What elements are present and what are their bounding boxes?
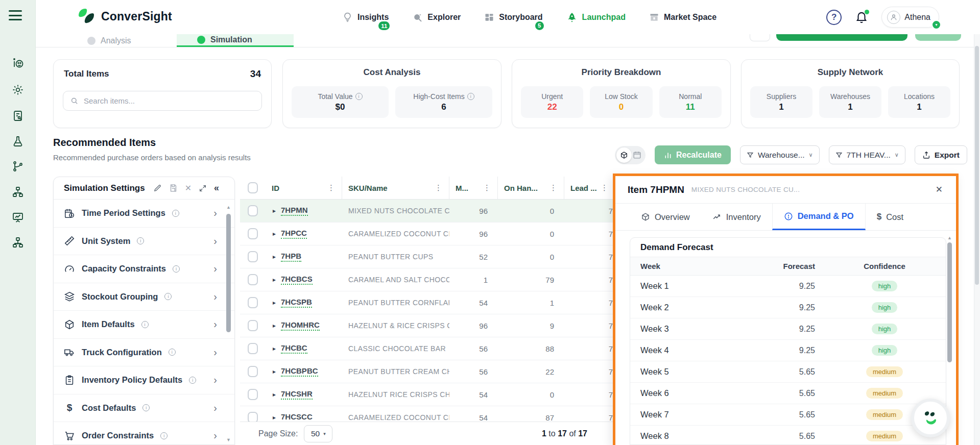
search-input[interactable]: [84, 96, 255, 105]
row-checkbox[interactable]: [248, 251, 258, 262]
table-row[interactable]: ▸7HCBC CLASSIC CHOCOLATE BAR 56 88 7: [240, 337, 615, 360]
table-row[interactable]: ▸7HCSPB PEANUT BUTTER CORNFLAK 54 1 7: [240, 291, 615, 314]
settings-item-capacity-constraints[interactable]: Capacity Constraints i ›: [54, 255, 234, 283]
tab-analysis[interactable]: Analysis: [87, 34, 159, 47]
expand-row-icon[interactable]: ▸: [273, 276, 276, 283]
item-id-link[interactable]: 7HPCC: [281, 229, 307, 239]
clipped-secondary-button[interactable]: [915, 34, 961, 41]
item-id-link[interactable]: 7HPB: [281, 252, 301, 262]
row-checkbox[interactable]: [248, 274, 258, 285]
clipped-button[interactable]: [750, 34, 770, 41]
close-icon[interactable]: ✕: [185, 183, 192, 193]
table-row[interactable]: ▸7HPCC CARAMELIZED COCONUT CH 96 0 7: [240, 222, 615, 245]
item-filter-dropdown[interactable]: 7TH HEAV... ∨: [829, 145, 905, 164]
expand-row-icon[interactable]: ▸: [273, 414, 276, 421]
expand-icon[interactable]: [199, 184, 207, 192]
column-menu-icon[interactable]: ⋮: [433, 183, 444, 192]
rail-workflow-icon[interactable]: [12, 160, 24, 172]
rail-report-icon[interactable]: [12, 110, 24, 122]
recalculate-button[interactable]: Recalculate: [655, 145, 731, 164]
export-button[interactable]: Export: [915, 145, 967, 164]
rail-hierarchy-icon[interactable]: [12, 186, 24, 198]
column-menu-icon[interactable]: ⋮: [326, 183, 337, 192]
notifications-bell-icon[interactable]: [855, 10, 868, 24]
edit-pencil-icon[interactable]: [153, 184, 162, 192]
settings-item-order-constraints[interactable]: Order Constraints i ›: [54, 422, 234, 445]
panel-scroll-down-icon[interactable]: ▼: [226, 437, 231, 442]
table-row[interactable]: ▸7HCSHR HAZELNUT RICE CRISPS CHO 54 0 7: [240, 383, 615, 406]
item-id-link[interactable]: 7HPMN: [281, 206, 308, 216]
close-icon[interactable]: ✕: [936, 184, 943, 195]
save-icon[interactable]: [169, 184, 178, 192]
row-checkbox[interactable]: [248, 343, 258, 354]
column-menu-icon[interactable]: ⋮: [482, 183, 492, 192]
expand-row-icon[interactable]: ▸: [273, 368, 276, 375]
menu-icon[interactable]: [9, 10, 22, 20]
rail-lab-icon[interactable]: [12, 135, 24, 147]
row-checkbox[interactable]: [248, 297, 258, 308]
settings-item-item-defaults[interactable]: Item Defaults i ›: [54, 311, 234, 339]
panel-scrollbar-thumb[interactable]: [226, 214, 231, 332]
detail-scrollbar-thumb[interactable]: [947, 242, 952, 362]
settings-item-time-period[interactable]: Time Period Settings i ›: [54, 200, 234, 228]
nav-insights[interactable]: Insights 11: [342, 12, 389, 22]
user-menu[interactable]: Athena ▾: [881, 7, 939, 28]
select-all-checkbox[interactable]: [248, 182, 258, 193]
expand-row-icon[interactable]: ▸: [273, 322, 276, 329]
nav-explorer[interactable]: Explorer: [412, 12, 461, 22]
collapse-panel-icon[interactable]: «: [214, 183, 219, 193]
nav-storyboard[interactable]: Storyboard 5: [484, 12, 542, 22]
page-size-select[interactable]: 50 ▾: [304, 425, 332, 442]
page-scrollbar[interactable]: [974, 34, 980, 445]
expand-row-icon[interactable]: ▸: [273, 299, 276, 306]
item-view-icon[interactable]: [616, 147, 632, 163]
tab-demand-po[interactable]: Demand & PO: [772, 204, 866, 230]
rail-assistant-icon[interactable]: [12, 57, 24, 69]
settings-item-stockout-grouping[interactable]: Stockout Grouping i ›: [54, 283, 234, 311]
settings-item-truck-configuration[interactable]: Truck Configuration i ›: [54, 339, 234, 367]
rail-presentation-icon[interactable]: [12, 211, 24, 224]
settings-item-inventory-policy[interactable]: Inventory Policy Defaults i ›: [54, 366, 234, 394]
column-menu-icon[interactable]: ⋮: [548, 183, 559, 192]
tab-inventory[interactable]: Inventory: [701, 204, 772, 230]
clipped-primary-button[interactable]: [776, 34, 907, 41]
item-id-link[interactable]: 7HCSCC: [281, 412, 313, 423]
row-checkbox[interactable]: [248, 228, 258, 239]
assistant-fab[interactable]: [911, 399, 950, 437]
tab-simulation[interactable]: Simulation: [177, 34, 294, 47]
warehouse-filter-dropdown[interactable]: Warehouse... ∨: [740, 145, 820, 164]
row-checkbox[interactable]: [248, 205, 258, 216]
table-row[interactable]: ▸7HCBPBC PEANUT BUTTER CREAM CH 56 22 7: [240, 360, 615, 383]
item-id-link[interactable]: 7HCSHR: [281, 389, 313, 400]
expand-row-icon[interactable]: ▸: [273, 230, 276, 237]
settings-item-unit-system[interactable]: Unit System i ›: [54, 228, 234, 256]
table-row[interactable]: ▸7HPB PEANUT BUTTER CUPS 52 0 7: [240, 245, 615, 268]
panel-scroll-up-icon[interactable]: ▲: [226, 205, 231, 210]
rail-settings-icon[interactable]: [12, 84, 24, 96]
calendar-view-icon[interactable]: [633, 151, 641, 159]
rail-network-icon[interactable]: [12, 236, 24, 249]
tab-overview[interactable]: Overview: [630, 204, 701, 230]
help-icon[interactable]: ?: [826, 10, 842, 25]
detail-scroll-up-icon[interactable]: ▲: [947, 235, 952, 240]
expand-row-icon[interactable]: ▸: [273, 345, 276, 352]
table-row[interactable]: ▸7HOMHRC HAZELNUT & RICE CRISPS CI 96 9 …: [240, 314, 615, 337]
page-scrollbar-thumb[interactable]: [975, 46, 979, 285]
row-checkbox[interactable]: [248, 389, 258, 400]
item-id-link[interactable]: 7HCBC: [281, 343, 307, 354]
item-id-link[interactable]: 7HCBPBC: [281, 366, 318, 377]
nav-launchpad[interactable]: Launchpad: [566, 12, 626, 23]
column-menu-icon[interactable]: ⋮: [599, 183, 610, 192]
expand-row-icon[interactable]: ▸: [273, 207, 276, 214]
item-id-link[interactable]: 7HOMHRC: [281, 320, 320, 331]
item-id-link[interactable]: 7HCBCS: [281, 275, 313, 285]
table-row[interactable]: ▸7HPMN MIXED NUTS CHOCOLATE CU 96 0 7: [240, 200, 615, 222]
expand-row-icon[interactable]: ▸: [273, 391, 276, 398]
tab-cost[interactable]: $ Cost: [866, 204, 915, 230]
nav-market-space[interactable]: Market Space: [649, 12, 716, 22]
row-checkbox[interactable]: [248, 366, 258, 377]
table-row[interactable]: ▸7HCBCS CARAMEL AND SALT CHOCO 1 79 7: [240, 268, 615, 291]
item-id-link[interactable]: 7HCSPB: [281, 298, 312, 308]
row-checkbox[interactable]: [248, 320, 258, 331]
expand-row-icon[interactable]: ▸: [273, 253, 276, 260]
